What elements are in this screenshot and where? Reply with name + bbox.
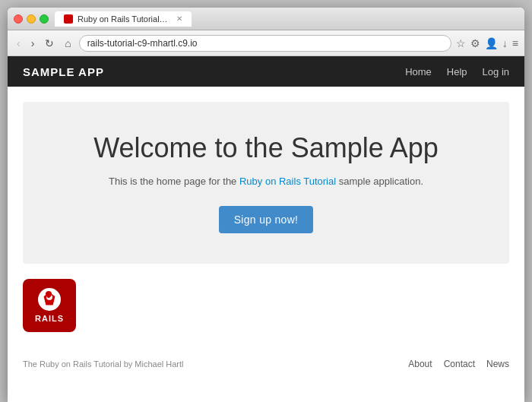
address-text: rails-tutorial-c9-mhartl.c9.io bbox=[87, 38, 443, 49]
hero-section: Welcome to the Sample App This is the ho… bbox=[23, 102, 509, 264]
refresh-button[interactable]: ↻ bbox=[42, 36, 57, 51]
rails-logo-box: RAILS bbox=[23, 279, 76, 332]
toolbar-icons: ☆ ⚙ 👤 ↓ ≡ bbox=[456, 37, 518, 49]
footer-about[interactable]: About bbox=[408, 359, 432, 369]
browser-toolbar: ‹ › ↻ ⌂ rails-tutorial-c9-mhartl.c9.io ☆… bbox=[8, 30, 524, 56]
subtitle-before: This is the home page for the bbox=[109, 176, 239, 187]
browser-tab[interactable]: Ruby on Rails Tutorial Sa... ✕ bbox=[55, 11, 192, 27]
browser-titlebar: Ruby on Rails Tutorial Sa... ✕ bbox=[8, 8, 524, 30]
nav-help[interactable]: Help bbox=[447, 66, 467, 78]
user-icon[interactable]: 👤 bbox=[485, 37, 498, 49]
close-button[interactable] bbox=[14, 14, 23, 24]
download-icon[interactable]: ↓ bbox=[502, 37, 508, 49]
footer-copyright: The Ruby on Rails Tutorial by Michael Ha… bbox=[23, 359, 184, 369]
window-controls bbox=[14, 14, 49, 24]
address-bar[interactable]: rails-tutorial-c9-mhartl.c9.io bbox=[79, 35, 451, 52]
forward-button[interactable]: › bbox=[28, 36, 38, 51]
rails-logo-text: RAILS bbox=[35, 314, 64, 323]
tutorial-link[interactable]: Ruby on Rails Tutorial bbox=[239, 176, 336, 187]
gem-svg bbox=[40, 290, 59, 309]
subtitle-after: sample application. bbox=[336, 176, 423, 187]
footer-contact[interactable]: Contact bbox=[444, 359, 475, 369]
footer-news[interactable]: News bbox=[486, 359, 509, 369]
star-icon[interactable]: ☆ bbox=[456, 37, 466, 49]
nav-home[interactable]: Home bbox=[405, 66, 432, 78]
app-navbar: SAMPLE APP Home Help Log in bbox=[8, 56, 524, 87]
page-content: SAMPLE APP Home Help Log in Welcome to t… bbox=[8, 56, 524, 402]
settings-icon[interactable]: ⚙ bbox=[470, 37, 480, 49]
rails-logo: RAILS bbox=[23, 279, 76, 332]
signup-button[interactable]: Sign up now! bbox=[219, 206, 314, 233]
tab-close-icon[interactable]: ✕ bbox=[176, 14, 182, 23]
nav-login[interactable]: Log in bbox=[483, 66, 509, 78]
tab-title: Ruby on Rails Tutorial Sa... bbox=[78, 14, 169, 24]
home-button[interactable]: ⌂ bbox=[62, 36, 74, 51]
minimize-button[interactable] bbox=[27, 14, 36, 24]
app-nav-links: Home Help Log in bbox=[405, 66, 509, 78]
back-button[interactable]: ‹ bbox=[14, 36, 24, 51]
app-brand: SAMPLE APP bbox=[23, 65, 405, 78]
hero-title: Welcome to the Sample App bbox=[38, 132, 494, 164]
maximize-button[interactable] bbox=[40, 14, 49, 24]
tab-favicon bbox=[64, 14, 73, 24]
app-footer: The Ruby on Rails Tutorial by Michael Ha… bbox=[8, 347, 524, 381]
svg-point-2 bbox=[47, 295, 50, 298]
menu-icon[interactable]: ≡ bbox=[512, 37, 518, 49]
footer-links: About Contact News bbox=[408, 359, 509, 369]
rails-gem-icon bbox=[38, 288, 61, 311]
browser-window: Ruby on Rails Tutorial Sa... ✕ ‹ › ↻ ⌂ r… bbox=[8, 8, 524, 402]
hero-subtitle: This is the home page for the Ruby on Ra… bbox=[38, 176, 494, 187]
